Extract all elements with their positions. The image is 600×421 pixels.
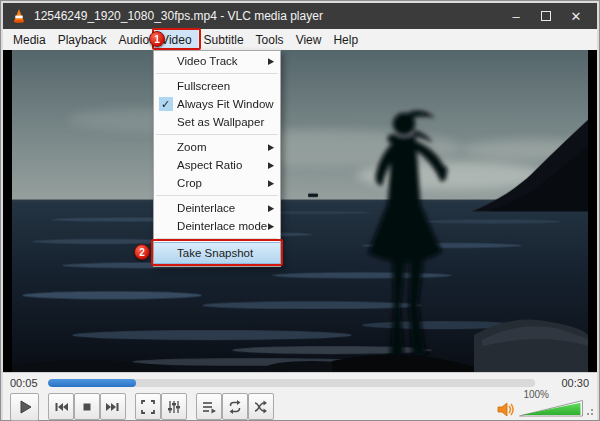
step-badge-1: 1 — [149, 31, 165, 47]
menu-audio[interactable]: Audio 1 — [112, 29, 155, 50]
video-area — [3, 50, 597, 372]
volume-slider[interactable] — [519, 400, 583, 417]
menu-separator — [156, 195, 278, 196]
menu-tools[interactable]: Tools — [250, 29, 290, 50]
menuitem-deinterlace[interactable]: Deinterlace ▶ — [154, 199, 280, 217]
speaker-icon[interactable] — [497, 402, 515, 417]
minimize-button[interactable]: – — [501, 4, 531, 28]
stop-button[interactable] — [74, 393, 100, 420]
next-button[interactable] — [100, 393, 126, 420]
equalizer-icon — [166, 399, 182, 415]
menubar: Media Playback Audio 1 Video Video Track… — [3, 29, 597, 50]
menu-subtitle[interactable]: Subtitle — [198, 29, 250, 50]
total-time: 00:30 — [561, 377, 589, 389]
loop-icon — [227, 399, 243, 415]
menuitem-zoom[interactable]: Zoom ▶ — [154, 138, 280, 156]
vlc-cone-icon — [11, 8, 27, 24]
titlebar: 12546249_1920_1080_30fps.mp4 - VLC media… — [3, 3, 597, 29]
menu-video-label: Video — [161, 33, 191, 47]
submenu-arrow-icon: ▶ — [268, 178, 274, 188]
video-dropdown-menu: Video Track ▶ Fullscreen ✓ Always Fit Wi… — [153, 50, 281, 267]
window-title: 12546249_1920_1080_30fps.mp4 - VLC media… — [34, 9, 501, 23]
menu-media[interactable]: Media — [7, 29, 52, 50]
maximize-icon — [541, 11, 551, 21]
seek-fill — [48, 379, 136, 387]
submenu-arrow-icon: ▶ — [268, 203, 274, 213]
menuitem-video-track[interactable]: Video Track ▶ — [154, 52, 280, 70]
menu-separator — [156, 238, 278, 239]
extended-settings-button[interactable] — [161, 393, 187, 420]
menu-playback[interactable]: Playback — [52, 29, 113, 50]
menuitem-aspect-ratio[interactable]: Aspect Ratio ▶ — [154, 156, 280, 174]
next-icon — [105, 399, 121, 415]
play-button[interactable] — [10, 393, 39, 421]
previous-button[interactable] — [48, 393, 74, 420]
menuitem-take-snapshot[interactable]: Take Snapshot — [154, 242, 280, 264]
menuitem-set-as-wallpaper[interactable]: Set as Wallpaper — [154, 113, 280, 131]
fullscreen-button[interactable] — [135, 393, 161, 420]
resize-grip[interactable] — [583, 405, 593, 415]
submenu-arrow-icon: ▶ — [268, 160, 274, 170]
playlist-icon — [201, 399, 217, 415]
submenu-arrow-icon: ▶ — [268, 142, 274, 152]
stop-icon — [79, 399, 95, 415]
random-button[interactable] — [248, 393, 274, 420]
video-canvas[interactable] — [12, 50, 588, 372]
menu-help[interactable]: Help — [327, 29, 364, 50]
control-bar: 00:05 00:30 — [3, 372, 597, 420]
checkmark-icon: ✓ — [159, 97, 173, 111]
previous-icon — [53, 399, 69, 415]
volume-percent: 100% — [523, 389, 549, 400]
submenu-arrow-icon: ▶ — [268, 221, 274, 231]
loop-button[interactable] — [222, 393, 248, 420]
fullscreen-icon — [140, 399, 156, 415]
menuitem-deinterlace-mode[interactable]: Deinterlace mode ▶ — [154, 217, 280, 235]
playlist-button[interactable] — [196, 393, 222, 420]
vlc-window: 12546249_1920_1080_30fps.mp4 - VLC media… — [0, 0, 600, 421]
menuitem-always-fit-window[interactable]: ✓ Always Fit Window — [154, 95, 280, 113]
menu-separator — [156, 73, 278, 74]
menuitem-fullscreen[interactable]: Fullscreen — [154, 77, 280, 95]
menu-audio-label: Audio — [118, 33, 149, 47]
maximize-button[interactable] — [531, 4, 561, 28]
menu-view[interactable]: View — [290, 29, 328, 50]
play-icon — [15, 397, 35, 417]
seek-slider[interactable] — [48, 379, 535, 387]
menu-separator — [156, 134, 278, 135]
shuffle-icon — [253, 399, 269, 415]
submenu-arrow-icon: ▶ — [268, 56, 274, 66]
elapsed-time: 00:05 — [10, 377, 38, 389]
beach-dusk-scene — [12, 50, 588, 372]
step-badge-2: 2 — [134, 244, 150, 260]
close-button[interactable]: ✕ — [561, 4, 591, 28]
menuitem-crop[interactable]: Crop ▶ — [154, 174, 280, 192]
